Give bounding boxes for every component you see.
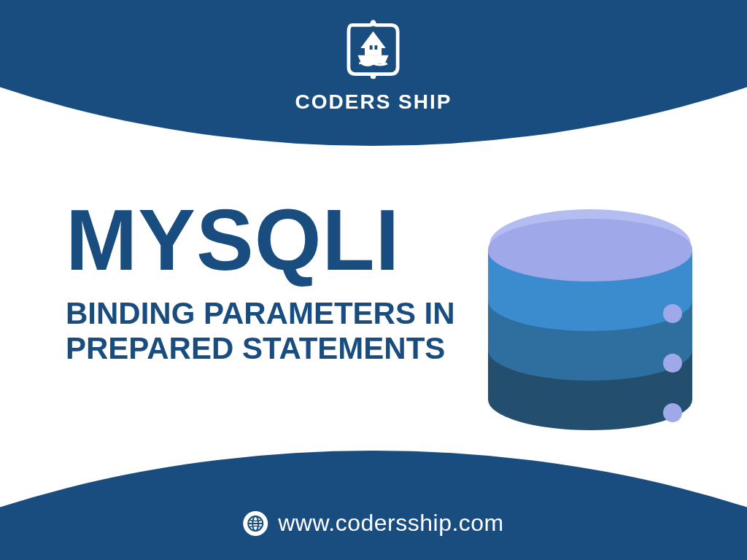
svg-point-1 <box>371 74 376 79</box>
globe-icon <box>243 511 268 536</box>
headline: MYSQLI <box>66 197 474 283</box>
svg-rect-4 <box>375 45 378 50</box>
logo-block: CODERS SHIP <box>295 15 452 114</box>
website-url: www.codersship.com <box>278 510 504 537</box>
svg-point-16 <box>663 403 682 422</box>
bottom-arc-background <box>0 451 747 560</box>
main-text-block: MYSQLI BINDING PARAMETERS IN PREPARED ST… <box>66 197 474 367</box>
svg-rect-2 <box>365 42 382 55</box>
svg-point-14 <box>663 304 682 323</box>
svg-rect-3 <box>370 45 373 50</box>
svg-point-0 <box>371 20 376 26</box>
svg-point-13 <box>488 219 692 280</box>
svg-point-15 <box>663 354 682 373</box>
ship-logo-icon <box>338 15 409 85</box>
database-icon <box>484 197 696 430</box>
brand-name: CODERS SHIP <box>295 90 452 114</box>
subheadline: BINDING PARAMETERS IN PREPARED STATEMENT… <box>66 296 474 367</box>
footer: www.codersship.com <box>243 510 504 537</box>
